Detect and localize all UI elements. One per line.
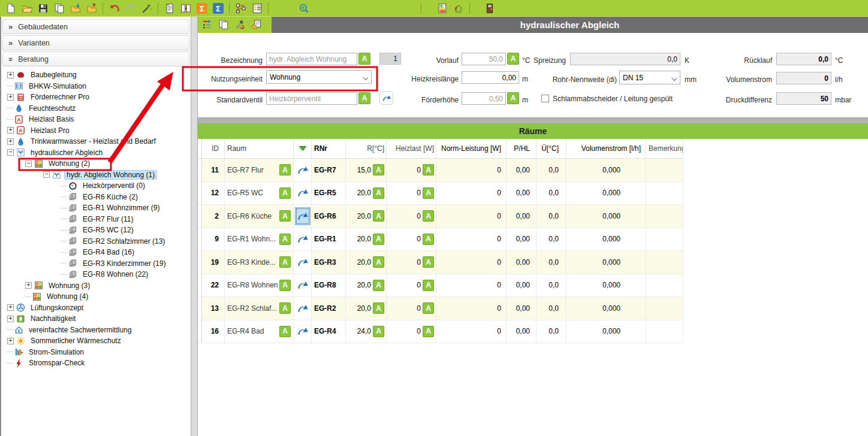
- house-euro-icon[interactable]: [384, 1, 399, 16]
- tree-item[interactable]: BHKW-Simulation: [2, 81, 189, 92]
- tree-item[interactable]: Stromspar-Check: [2, 358, 189, 369]
- heizlast-auto-button[interactable]: A: [423, 210, 434, 222]
- apply-arrow-button[interactable]: [295, 276, 311, 294]
- cell-rnr[interactable]: EG-R2: [312, 297, 346, 320]
- heizlast-auto-button[interactable]: A: [423, 164, 434, 175]
- cell-temperature[interactable]: 20,0A: [346, 297, 387, 320]
- tree-item[interactable]: EG-R7 Flur (11): [2, 214, 189, 225]
- cell-bemerkung[interactable]: [646, 297, 683, 320]
- tree-item[interactable]: EG-R8 Wohnen (22): [2, 269, 189, 280]
- project-structure-icon[interactable]: [233, 1, 248, 16]
- cell-raum[interactable]: EG-R1 Wohn...A: [225, 228, 294, 252]
- bezeichnung-auto-button[interactable]: A: [358, 53, 370, 65]
- temperature-auto-button[interactable]: A: [373, 234, 384, 245]
- heizlast-auto-button[interactable]: A: [423, 234, 434, 245]
- apply-arrow-button[interactable]: [295, 161, 311, 179]
- foerderhoehe-input[interactable]: 0,50: [462, 92, 506, 105]
- standardventil-input[interactable]: Heizkörperventil: [266, 92, 357, 105]
- sum-orange-icon[interactable]: [194, 1, 209, 16]
- cell-temperature[interactable]: 20,0A: [346, 205, 387, 228]
- cell-heizlast[interactable]: 0A: [387, 159, 436, 182]
- tree-item[interactable]: −Wohnung (2): [2, 158, 189, 169]
- hand-paste-icon[interactable]: [251, 19, 263, 31]
- tree-item[interactable]: +Trinkwarmwasser - Heizlast und Bedarf: [2, 136, 189, 147]
- cell-raum[interactable]: EG-R2 Schlaf...A: [225, 297, 294, 320]
- cell-rnr[interactable]: EG-R4: [312, 320, 346, 344]
- sum-blue-icon[interactable]: [210, 1, 225, 16]
- temperature-auto-button[interactable]: A: [373, 187, 384, 199]
- import-project-icon[interactable]: [68, 1, 83, 16]
- cell-heizlast[interactable]: 0A: [387, 182, 436, 205]
- cell-rnr[interactable]: EG-R6: [312, 205, 346, 228]
- cell-bemerkung[interactable]: [646, 320, 683, 344]
- list-view-icon[interactable]: [249, 1, 264, 16]
- lightning-icon[interactable]: [365, 1, 380, 16]
- cell-rnr[interactable]: EG-R7: [312, 159, 346, 182]
- compare-documents-icon[interactable]: [178, 1, 193, 16]
- cell-temperature[interactable]: 20,0A: [346, 228, 387, 252]
- cell-raum[interactable]: EG-R4 BadA: [225, 320, 294, 344]
- raum-auto-button[interactable]: A: [279, 326, 291, 337]
- cell-temperature[interactable]: 24,0A: [346, 320, 387, 344]
- tree-item[interactable]: Heizlast Basis: [2, 114, 189, 125]
- copy-icon[interactable]: [52, 1, 67, 16]
- cell-raum[interactable]: EG-R8 WohnenA: [225, 274, 294, 298]
- heizlast-auto-button[interactable]: A: [423, 187, 434, 199]
- column-header-filter[interactable]: [294, 139, 312, 159]
- sidebar-section-varianten[interactable]: »Varianten: [2, 35, 189, 50]
- tree-expander-plus[interactable]: +: [7, 138, 14, 145]
- raum-auto-button[interactable]: A: [279, 280, 291, 291]
- tree-item[interactable]: EG-R3 Kinderzimmer (19): [2, 258, 189, 270]
- save-icon[interactable]: [35, 1, 50, 16]
- filter-icon[interactable]: [299, 146, 306, 151]
- zoom-search-icon[interactable]: [296, 1, 311, 16]
- apply-arrow-button[interactable]: [295, 322, 311, 340]
- temperature-auto-button[interactable]: A: [373, 256, 384, 268]
- apply-arrow-button[interactable]: [295, 230, 311, 248]
- raum-auto-button[interactable]: A: [279, 302, 291, 314]
- apply-arrow-button[interactable]: [295, 299, 311, 317]
- cell-rnr[interactable]: EG-R1: [312, 228, 346, 252]
- copy-page-icon[interactable]: [218, 19, 230, 31]
- tree-item[interactable]: Feuchteschutz: [2, 103, 189, 114]
- tree-item[interactable]: +Wohnung (3): [2, 280, 189, 292]
- cell-heizlast[interactable]: 0A: [387, 274, 436, 298]
- cell-raum[interactable]: EG-R7 FlurA: [225, 159, 294, 182]
- undo-icon[interactable]: [107, 1, 122, 16]
- cell-heizlast[interactable]: 0A: [387, 251, 436, 274]
- cell-rnr[interactable]: EG-R3: [312, 251, 346, 274]
- tree-expander-plus[interactable]: +: [7, 72, 14, 78]
- tree-expander-plus[interactable]: +: [25, 282, 32, 289]
- tree-item[interactable]: +Nachhaltigkeit: [2, 313, 189, 325]
- tree-expander-plus[interactable]: +: [7, 127, 14, 134]
- tree-expander-minus[interactable]: −: [43, 171, 50, 178]
- redo-icon[interactable]: [123, 1, 138, 16]
- apply-arrow-button[interactable]: [295, 207, 311, 225]
- schlammabscheider-checkbox[interactable]: [541, 95, 549, 102]
- tree-item[interactable]: EG-R1 Wohnzimmer (9): [2, 202, 189, 214]
- tree-collapse-icon[interactable]: [202, 19, 214, 31]
- cell-raum[interactable]: EG-R5 WCA: [225, 182, 294, 205]
- energy-label-icon[interactable]: [435, 1, 450, 16]
- cell-heizlast[interactable]: 0A: [387, 228, 436, 252]
- raum-auto-button[interactable]: A: [279, 164, 291, 175]
- tree-item[interactable]: EG-R4 Bad (16): [2, 247, 189, 258]
- cell-temperature[interactable]: 20,0A: [346, 182, 387, 205]
- cell-rnr[interactable]: EG-R8: [312, 274, 346, 298]
- temperature-auto-button[interactable]: A: [373, 210, 384, 222]
- raum-auto-button[interactable]: A: [279, 234, 291, 245]
- cell-heizlast[interactable]: 0A: [387, 320, 436, 344]
- cell-raum[interactable]: EG-R3 Kinde...A: [225, 251, 294, 274]
- cell-temperature[interactable]: 20,0A: [346, 274, 387, 298]
- tree-item[interactable]: vereinfachte Sachwertermittlung: [2, 325, 189, 336]
- cell-bemerkung[interactable]: [646, 228, 683, 252]
- ventilation-fan-icon[interactable]: [328, 1, 343, 16]
- temperature-auto-button[interactable]: A: [373, 164, 384, 175]
- sidebar-section-beratung[interactable]: »Beratung: [2, 52, 189, 66]
- magic-wand-icon[interactable]: [139, 1, 154, 16]
- tree-expander-minus[interactable]: −: [25, 161, 32, 167]
- cell-rnr[interactable]: EG-R5: [312, 182, 346, 205]
- tree-expander-plus[interactable]: +: [7, 94, 14, 101]
- tree-expander-plus[interactable]: +: [7, 338, 14, 344]
- cell-bemerkung[interactable]: [646, 205, 683, 228]
